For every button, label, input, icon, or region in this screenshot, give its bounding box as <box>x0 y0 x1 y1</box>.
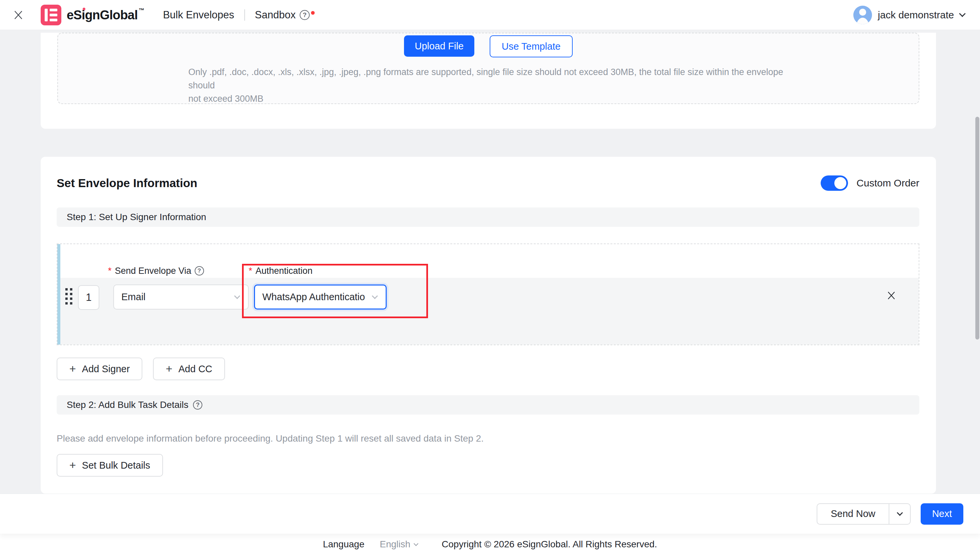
add-signer-label: Add Signer <box>82 364 130 375</box>
environment-badge: Sandbox ? <box>255 9 315 21</box>
send-via-label: Send Envelope Via <box>115 266 191 276</box>
file-format-hint-line1: Only .pdf, .doc, .docx, .xls, .xlsx, .jp… <box>188 66 788 92</box>
custom-order-toggle[interactable] <box>821 175 848 191</box>
required-asterisk: * <box>249 266 253 276</box>
brand-i-dot <box>83 8 85 10</box>
chevron-down-icon <box>897 510 903 516</box>
plus-icon: + <box>69 363 76 374</box>
header-left: eSignGlobal ™ Bulk Envelopes Sandbox ? <box>13 5 315 25</box>
required-asterisk: * <box>108 266 112 276</box>
chevron-down-icon <box>959 10 966 17</box>
file-format-hint: Only .pdf, .doc, .docx, .xls, .xlsx, .jp… <box>188 66 788 105</box>
signer-accent-bar <box>58 244 60 345</box>
scrollbar-thumb[interactable] <box>975 117 979 340</box>
envelope-info-card: Set Envelope Information Custom Order St… <box>41 157 936 494</box>
file-format-hint-line2: not exceed 300MB <box>188 92 788 105</box>
envelope-title-row: Set Envelope Information Custom Order <box>57 175 919 191</box>
user-name: jack demonstrate <box>878 9 954 21</box>
set-bulk-details-label: Set Bulk Details <box>82 460 150 471</box>
trademark-mark: ™ <box>139 7 144 14</box>
notification-dot <box>311 11 315 14</box>
send-now-split-button: Send Now <box>817 503 911 525</box>
section-title: Set Envelope Information <box>57 176 197 190</box>
set-bulk-details-button[interactable]: + Set Bulk Details <box>57 454 163 476</box>
step2-header: Step 2: Add Bulk Task Details ? <box>57 395 919 415</box>
chevron-down-icon <box>234 293 240 299</box>
upload-dropzone: Upload File Use Template Only .pdf, .doc… <box>58 33 919 104</box>
send-now-button[interactable]: Send Now <box>817 504 889 524</box>
authentication-label: Authentication <box>256 266 313 276</box>
upload-button-row: Upload File Use Template <box>58 35 919 57</box>
chevron-down-icon <box>414 541 418 546</box>
toggle-knob <box>835 177 846 189</box>
add-signer-button[interactable]: + Add Signer <box>57 358 142 380</box>
next-button[interactable]: Next <box>921 503 963 525</box>
step1-title: Step 1: Set Up Signer Information <box>67 212 206 223</box>
brand-text: eSignGlobal <box>67 5 137 25</box>
user-menu[interactable]: jack demonstrate <box>853 6 965 24</box>
upload-file-button[interactable]: Upload File <box>404 35 474 57</box>
custom-order-control: Custom Order <box>821 175 919 191</box>
upload-card: Upload File Use Template Only .pdf, .doc… <box>41 33 936 129</box>
brand-logo-icon[interactable] <box>41 5 61 25</box>
copyright-text: Copyright © 2026 eSignGlobal. All Rights… <box>442 539 657 550</box>
step1-header: Step 1: Set Up Signer Information <box>57 207 919 227</box>
signer-row: 1 * Send Envelope Via ? Email * <box>57 244 919 345</box>
chevron-down-icon <box>372 293 378 299</box>
authentication-select[interactable]: WhatsApp Authenticatio <box>254 284 387 310</box>
add-cc-button[interactable]: + Add CC <box>153 358 225 380</box>
action-bar: Send Now Next <box>0 494 980 534</box>
sandbox-help-icon[interactable]: ? <box>300 10 310 20</box>
brand-name[interactable]: eSignGlobal ™ <box>67 5 144 25</box>
authentication-label-row: * Authentication <box>249 265 387 276</box>
step2-note: Please add envelope information before p… <box>57 433 919 444</box>
remove-signer-icon[interactable] <box>886 290 897 301</box>
authentication-field: * Authentication WhatsApp Authenticatio <box>254 265 387 310</box>
language-label: Language <box>323 539 365 550</box>
language-value: English <box>380 539 410 550</box>
page: eSignGlobal ™ Bulk Envelopes Sandbox ? j… <box>0 0 980 555</box>
send-via-label-row: * Send Envelope Via ? <box>108 265 249 276</box>
page-footer: Language English Copyright © 2026 eSignG… <box>0 534 980 555</box>
send-via-select[interactable]: Email <box>114 284 249 310</box>
custom-order-label: Custom Order <box>857 178 919 189</box>
send-via-help-icon[interactable]: ? <box>195 266 204 276</box>
header: eSignGlobal ™ Bulk Envelopes Sandbox ? j… <box>0 0 980 30</box>
signer-index-badge: 1 <box>78 285 99 310</box>
send-via-value: Email <box>122 292 145 303</box>
close-icon[interactable] <box>13 10 23 20</box>
avatar <box>853 6 872 24</box>
add-buttons-row: + Add Signer + Add CC <box>57 358 919 380</box>
send-now-dropdown-button[interactable] <box>889 504 910 524</box>
drag-handle-icon[interactable] <box>66 288 72 305</box>
main-content: Upload File Use Template Only .pdf, .doc… <box>0 30 980 494</box>
header-divider <box>244 9 245 21</box>
step2-help-icon[interactable]: ? <box>193 400 202 409</box>
use-template-button[interactable]: Use Template <box>490 35 573 57</box>
send-via-field: * Send Envelope Via ? Email <box>114 265 249 310</box>
environment-label: Sandbox <box>255 9 296 21</box>
add-cc-label: Add CC <box>178 364 212 375</box>
language-select[interactable]: English <box>380 539 418 550</box>
plus-icon: + <box>69 459 76 471</box>
authentication-value: WhatsApp Authenticatio <box>262 292 365 303</box>
page-title: Bulk Envelopes <box>163 9 234 21</box>
plus-icon: + <box>166 363 172 374</box>
step2-title: Step 2: Add Bulk Task Details <box>67 399 188 410</box>
